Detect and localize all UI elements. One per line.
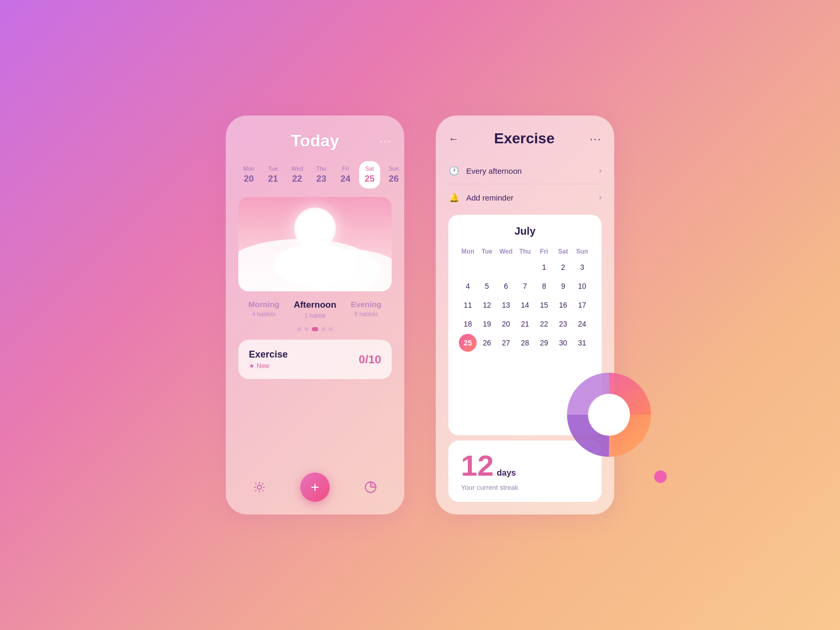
date-item-26[interactable]: Sun 26 [383, 161, 404, 188]
cal-day-16[interactable]: 16 [554, 296, 572, 314]
info-row[interactable]: 🔔 Add reminder › [448, 184, 602, 211]
exercise-card[interactable]: Exercise ★ New 0/10 [238, 340, 392, 379]
right-header: ← Exercise ··· [448, 130, 602, 147]
exercise-name: Exercise [249, 349, 288, 360]
cal-day-21[interactable]: 21 [516, 315, 534, 333]
date-item-23[interactable]: Thu 23 [311, 161, 332, 188]
cal-day-20[interactable]: 20 [497, 315, 515, 333]
dot-4 [321, 327, 326, 331]
period-item-morning[interactable]: Morning 4 habbits [238, 300, 289, 319]
streak-num-value: 12 [461, 451, 494, 480]
menu-dots-left[interactable]: ··· [380, 135, 392, 147]
cal-day-22[interactable]: 22 [535, 315, 553, 333]
cal-day-24[interactable]: 24 [573, 315, 591, 333]
period-item-afternoon[interactable]: Afternoon 1 habbit [289, 300, 340, 319]
info-icon: 🔔 [448, 192, 460, 203]
info-row-left: 🕐 Every afternoon [448, 165, 522, 176]
cal-day-26[interactable]: 26 [478, 334, 496, 352]
date-day-label: Fri [342, 165, 349, 172]
svg-line-7 [255, 490, 256, 491]
cal-day-17[interactable]: 17 [573, 296, 591, 314]
svg-line-6 [262, 490, 264, 491]
date-item-20[interactable]: Mon 20 [238, 161, 259, 188]
cal-day-15[interactable]: 15 [535, 296, 553, 314]
cal-day-8[interactable]: 8 [535, 277, 553, 295]
date-num-value: 24 [341, 174, 351, 184]
date-item-21[interactable]: Tue 21 [262, 161, 284, 188]
cal-day-14[interactable]: 14 [516, 296, 534, 314]
card-title: Today [291, 131, 339, 151]
date-day-label: Wed [291, 165, 303, 172]
cal-day-29[interactable]: 29 [535, 334, 553, 352]
date-num-value: 22 [292, 174, 302, 184]
cal-header: Thu [516, 246, 534, 257]
info-text: Every afternoon [466, 166, 522, 175]
cal-header: Mon [459, 246, 477, 257]
deco-dot [654, 470, 667, 483]
cal-day-9[interactable]: 9 [554, 277, 572, 295]
card-header: Today ··· [238, 131, 392, 151]
cal-day-6[interactable]: 6 [497, 277, 515, 295]
cal-day-3[interactable]: 3 [573, 258, 591, 276]
svg-point-0 [257, 485, 261, 489]
info-icon: 🕐 [448, 165, 460, 176]
right-title: Exercise [494, 130, 554, 147]
cal-header: Tue [478, 246, 496, 257]
back-button[interactable]: ← [448, 133, 459, 145]
add-fab-button[interactable]: + [300, 472, 330, 502]
date-item-25[interactable]: Sat 25 [359, 161, 380, 188]
cal-day-13[interactable]: 13 [497, 296, 515, 314]
date-num-value: 23 [317, 174, 327, 184]
cal-header: Sat [554, 246, 572, 257]
info-row-left: 🔔 Add reminder [448, 192, 513, 203]
cal-day-27[interactable]: 27 [497, 334, 515, 352]
date-num-value: 20 [244, 174, 254, 184]
today-card: Today ··· Mon 20 Tue 21 Wed 22 Thu 23 Fr… [226, 116, 404, 514]
period-item-evening[interactable]: Evening 8 habbits [341, 300, 392, 319]
info-text: Add reminder [466, 193, 513, 202]
date-item-22[interactable]: Wed 22 [287, 161, 308, 188]
cal-day-2[interactable]: 2 [554, 258, 572, 276]
cal-day-7[interactable]: 7 [516, 277, 534, 295]
cal-day-4[interactable]: 4 [459, 277, 477, 295]
date-day-label: Tue [268, 165, 278, 172]
period-count: 1 habbit [304, 312, 325, 319]
landscape-illustration [238, 197, 392, 291]
cal-day-12[interactable]: 12 [478, 296, 496, 314]
cal-day-23[interactable]: 23 [554, 315, 572, 333]
calendar-month: July [459, 225, 591, 237]
cal-day-18[interactable]: 18 [459, 315, 477, 333]
cal-day-31[interactable]: 31 [573, 334, 591, 352]
date-strip: Mon 20 Tue 21 Wed 22 Thu 23 Fri 24 Sat 2… [238, 161, 392, 188]
svg-point-13 [588, 394, 630, 436]
period-tabs: Morning 4 habbits Afternoon 1 habbit Eve… [238, 291, 392, 323]
streak-label: Your current streak [461, 484, 589, 491]
cal-day-28[interactable]: 28 [516, 334, 534, 352]
exercise-detail-card: ← Exercise ··· 🕐 Every afternoon › 🔔 Add… [436, 116, 614, 514]
period-label: Evening [351, 300, 381, 309]
cal-day-11[interactable]: 11 [459, 296, 477, 314]
cal-day-25[interactable]: 25 [459, 334, 477, 352]
sun-nav-icon[interactable] [249, 477, 270, 498]
cal-day-19[interactable]: 19 [478, 315, 496, 333]
bottom-nav: + [238, 472, 392, 502]
svg-line-5 [255, 483, 256, 484]
period-label: Afternoon [293, 300, 336, 310]
date-item-24[interactable]: Fri 24 [335, 161, 356, 188]
cal-day-5[interactable]: 5 [478, 277, 496, 295]
date-num-value: 21 [268, 174, 278, 184]
cal-day-30[interactable]: 30 [554, 334, 572, 352]
cal-day-1[interactable]: 1 [535, 258, 553, 276]
cal-header: Wed [497, 246, 515, 257]
menu-dots-right[interactable]: ··· [590, 133, 602, 145]
chevron-right-icon: › [599, 193, 602, 202]
svg-line-8 [262, 483, 264, 484]
cal-day-10[interactable]: 10 [573, 277, 591, 295]
exercise-badge-text: New [257, 362, 269, 370]
info-row[interactable]: 🕐 Every afternoon › [448, 158, 602, 184]
period-label: Morning [248, 300, 279, 309]
chart-nav-icon[interactable] [360, 477, 381, 498]
exercise-progress: 0/10 [359, 353, 381, 366]
date-day-label: Sat [365, 165, 374, 172]
date-num-value: 26 [389, 174, 399, 184]
